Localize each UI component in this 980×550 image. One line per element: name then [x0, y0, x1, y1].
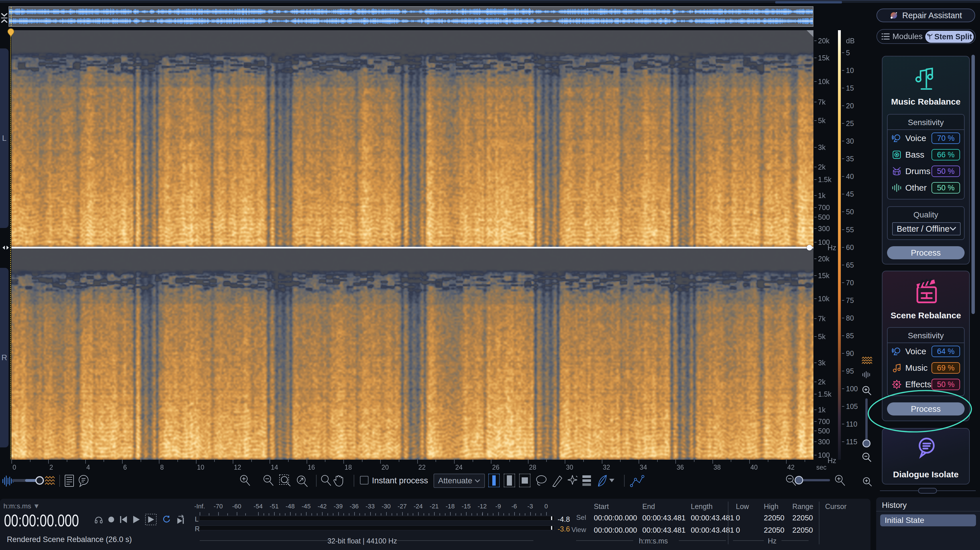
play-selection-button[interactable] — [145, 514, 157, 526]
channel-tab-left[interactable]: L — [0, 48, 8, 228]
feather-brush-icon[interactable] — [597, 474, 608, 488]
corner-resize-handle[interactable] — [807, 30, 813, 37]
playhead-marker-pin[interactable] — [7, 28, 15, 41]
time-ruler[interactable]: 024681012141618202224262830323436384042s… — [11, 460, 844, 472]
layers-list-icon[interactable] — [582, 476, 591, 486]
channel-divider[interactable] — [11, 247, 813, 249]
scene-value[interactable]: 64 % — [932, 346, 960, 357]
dialogue-isolate-module[interactable]: Dialogue Isolate — [882, 428, 970, 485]
db-scale-label: 15 — [846, 84, 854, 92]
meter-scale-label: -12 — [478, 503, 487, 510]
blend-slider[interactable] — [12, 479, 41, 482]
event-list-icon[interactable] — [64, 474, 75, 487]
meter-scale-label: -60 — [232, 503, 241, 510]
zoom-in-icon[interactable] — [239, 474, 251, 487]
music-value[interactable]: 70 % — [932, 133, 960, 144]
time-freq-selection-tool[interactable] — [504, 474, 515, 487]
loop-button[interactable] — [161, 515, 171, 525]
playhead-overview[interactable] — [11, 7, 11, 26]
modules-tab[interactable]: Modules — [877, 32, 923, 41]
panel-resize-handle[interactable] — [918, 488, 937, 494]
brush-tool-icon[interactable] — [551, 474, 563, 488]
music-process-button[interactable]: Process — [887, 246, 965, 259]
blend-slider-knob[interactable] — [35, 476, 44, 485]
freq-value: 22050 — [792, 526, 813, 535]
music-value[interactable]: 50 % — [932, 182, 960, 193]
zoom-in-time-icon[interactable] — [834, 474, 846, 487]
waveform-channel-divider — [9, 16, 813, 17]
waveform-mode-icon[interactable] — [862, 371, 872, 379]
scene-value[interactable]: 50 % — [932, 379, 960, 390]
db-scale-label: 105 — [846, 403, 858, 411]
freq-value: 22050 — [764, 526, 784, 535]
db-scale-label: 35 — [846, 155, 854, 163]
play-to-end-button[interactable] — [176, 515, 186, 525]
spectrogram-mode-icon[interactable] — [861, 356, 872, 365]
scene-rebalance-module[interactable]: Scene Rebalance Sensitivity Voice 64 % M… — [882, 271, 970, 421]
zoom-out-vertical-icon[interactable] — [861, 452, 872, 463]
ruler-label: 8 — [160, 464, 164, 471]
lasso-tool-icon[interactable] — [535, 474, 547, 488]
db-scale-label: 45 — [846, 190, 854, 198]
spectrogram-left-channel[interactable] — [11, 30, 813, 247]
top-scrollbar[interactable] — [0, 0, 980, 3]
spectrogram-settings-icon[interactable] — [44, 476, 56, 486]
time-format-selector[interactable]: h:m:s.ms ▼ — [3, 502, 40, 510]
quality-dropdown[interactable]: Better / Offline — [892, 222, 961, 235]
db-scale-label: 115 — [846, 438, 858, 446]
record-button[interactable] — [108, 516, 115, 523]
playhead-time-display[interactable]: 00:00:00.000 — [4, 511, 79, 530]
scene-process-button[interactable]: Process — [887, 403, 965, 415]
stem-split-tab[interactable]: Stem Split — [925, 31, 974, 43]
zoom-fit-icon[interactable] — [296, 474, 309, 487]
repair-assistant-button[interactable]: Repair Assistant — [877, 8, 975, 22]
scene-value[interactable]: 69 % — [932, 362, 960, 374]
divider-collapse-arrows[interactable] — [2, 245, 10, 250]
hand-tool-icon[interactable] — [332, 474, 345, 487]
ruler-label: 42 — [787, 464, 795, 471]
time-unit-label: h:m:s.ms — [639, 537, 668, 545]
skip-back-button[interactable] — [119, 515, 128, 524]
spectrogram-right-channel[interactable] — [11, 249, 813, 460]
waveform-overview[interactable] — [8, 6, 813, 27]
automation-curve-icon[interactable] — [630, 474, 644, 488]
history-item[interactable]: Initial State — [880, 514, 976, 526]
panel-scrollbar[interactable] — [972, 55, 975, 314]
playhead-line[interactable] — [10, 29, 11, 460]
overview-collapse-control[interactable] — [0, 6, 8, 24]
freq-selection-tool[interactable] — [519, 474, 530, 487]
attenuate-dropdown[interactable]: Attenuate — [434, 474, 485, 488]
channel-divider-handle[interactable] — [807, 245, 812, 250]
zoom-out-icon[interactable] — [262, 474, 274, 487]
spectrogram-view[interactable] — [11, 30, 813, 460]
channel-label-l: L — [2, 134, 6, 143]
instant-process-checkbox[interactable] — [360, 476, 369, 485]
vertical-zoom-knob[interactable] — [862, 439, 870, 447]
zoom-in-vertical-icon[interactable] — [861, 385, 872, 396]
music-value[interactable]: 66 % — [932, 149, 960, 160]
monitor-icon[interactable] — [94, 515, 103, 524]
play-button[interactable] — [132, 515, 140, 524]
repair-assistant-icon — [889, 11, 898, 20]
magic-wand-icon[interactable] — [566, 474, 579, 488]
voice-icon — [892, 347, 902, 356]
freq-value: 22050 — [792, 514, 813, 522]
freq-scale-label: 500 — [818, 213, 830, 222]
zoom-selection-icon[interactable] — [279, 474, 292, 487]
horizontal-zoom-knob[interactable] — [795, 476, 803, 485]
sensitivity-header: Sensitivity — [888, 114, 964, 129]
channel-tab-right[interactable]: R — [0, 268, 8, 447]
time-selection-tool[interactable] — [488, 474, 500, 487]
sensitivity-header: Sensitivity — [888, 328, 964, 342]
comments-icon[interactable] — [78, 474, 89, 487]
music-rebalance-module[interactable]: Music Rebalance Sensitivity Voice 70 % B… — [882, 56, 970, 265]
vertical-zoom-slider[interactable] — [865, 398, 868, 440]
top-scrollbar-thumb[interactable] — [775, 1, 842, 3]
brush-dropdown-icon[interactable] — [609, 478, 615, 483]
freq-scale-label: 20k — [818, 255, 829, 263]
horizontal-zoom-slider[interactable] — [796, 479, 830, 481]
zoom-in-corner-icon[interactable] — [862, 477, 873, 488]
search-icon[interactable] — [320, 474, 332, 487]
db-scale-label: 10 — [846, 67, 854, 74]
music-value[interactable]: 50 % — [932, 166, 960, 177]
